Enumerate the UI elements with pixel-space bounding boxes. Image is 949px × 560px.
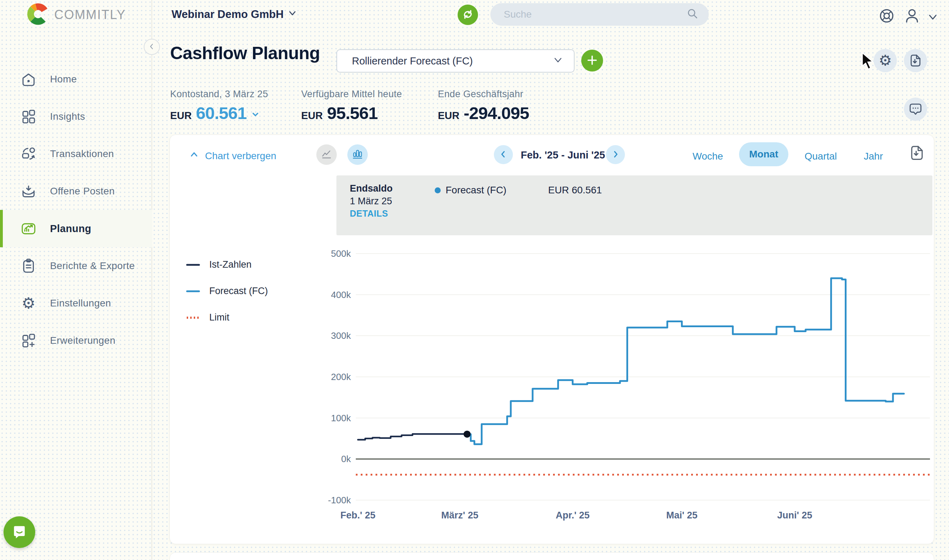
chevron-right-icon bbox=[611, 150, 620, 160]
granularity-quartal[interactable]: Quartal bbox=[804, 151, 837, 162]
chevron-down-icon bbox=[552, 54, 564, 68]
feedback-button[interactable] bbox=[904, 98, 927, 121]
transactions-icon bbox=[20, 146, 37, 162]
bar-chart-toggle[interactable] bbox=[347, 145, 368, 165]
sidebar-item-label: Transaktionen bbox=[50, 148, 114, 160]
granularity-woche[interactable]: Woche bbox=[692, 151, 723, 162]
account-menu-chevron[interactable] bbox=[926, 11, 939, 24]
hide-chart-label: Chart verbergen bbox=[205, 151, 276, 162]
refresh-icon bbox=[461, 8, 475, 22]
granularity-jahr[interactable]: Jahr bbox=[864, 151, 883, 162]
svg-text:200k: 200k bbox=[331, 372, 351, 382]
sidebar-item-transaktionen[interactable]: Transaktionen bbox=[0, 135, 152, 172]
line-swatch-icon bbox=[186, 289, 200, 293]
extensions-plus-icon bbox=[20, 332, 37, 349]
scenario-select-value: Rollierender Forecast (FC) bbox=[352, 55, 473, 67]
brand-name: COMMITLY bbox=[54, 8, 126, 22]
tooltip-series-label: Forecast (FC) bbox=[446, 185, 506, 196]
planning-chart-icon bbox=[20, 220, 37, 237]
inbox-arrow-icon bbox=[20, 183, 37, 199]
svg-text:500k: 500k bbox=[331, 249, 351, 259]
sidebar-item-label: Planung bbox=[50, 223, 91, 235]
tooltip-date: 1 März 25 bbox=[350, 196, 392, 207]
legend-item-limit[interactable]: Limit bbox=[186, 312, 268, 323]
search-bar bbox=[491, 3, 709, 26]
gear-icon: ⚙ bbox=[878, 53, 892, 68]
hide-chart-toggle[interactable]: Chart verbergen bbox=[189, 149, 276, 162]
chart-legend: Ist-Zahlen Forecast (FC) Limit bbox=[186, 259, 268, 323]
sidebar-item-einstellungen[interactable]: ⚙ Einstellungen bbox=[0, 285, 152, 322]
sidebar-collapse-button[interactable] bbox=[144, 39, 160, 55]
company-switcher[interactable]: Webinar Demo GmbH bbox=[172, 8, 298, 21]
kpi-ende-geschaeftsjahr: Ende Geschäftsjahr EUR -294.095 bbox=[438, 89, 529, 123]
document-download-icon bbox=[908, 157, 926, 162]
legend-item-ist-zahlen[interactable]: Ist-Zahlen bbox=[186, 259, 268, 270]
legend-item-forecast[interactable]: Forecast (FC) bbox=[186, 286, 268, 297]
series-dot-icon bbox=[435, 188, 441, 193]
tooltip-value: EUR 60.561 bbox=[548, 185, 602, 196]
sidebar-item-offene-posten[interactable]: Offene Posten bbox=[0, 172, 152, 210]
date-range-label: Feb. '25 - Juni '25 bbox=[521, 149, 605, 161]
line-swatch-icon bbox=[186, 263, 200, 267]
chat-bubble-icon bbox=[11, 523, 28, 542]
document-download-icon bbox=[908, 53, 923, 69]
sidebar-item-label: Home bbox=[50, 74, 77, 85]
svg-text:März' 25: März' 25 bbox=[441, 510, 478, 520]
search-input[interactable] bbox=[504, 9, 686, 20]
sidebar-item-planung[interactable]: Planung bbox=[0, 210, 152, 247]
add-plan-button[interactable] bbox=[581, 50, 603, 71]
tooltip-details-link[interactable]: DETAILS bbox=[350, 209, 388, 219]
chart-download-button[interactable] bbox=[908, 144, 926, 162]
sidebar-item-label: Erweiterungen bbox=[50, 335, 115, 346]
sidebar-item-home[interactable]: Home bbox=[0, 61, 152, 98]
account-button[interactable] bbox=[904, 8, 920, 25]
sidebar-item-erweiterungen[interactable]: Erweiterungen bbox=[0, 322, 152, 359]
kpi-label: Ende Geschäftsjahr bbox=[438, 89, 529, 100]
kpi-kontostand: Kontostand, 3 März 25 EUR 60.561 bbox=[170, 89, 268, 123]
kpi-currency: EUR bbox=[170, 110, 192, 122]
kpi-verfuegbare-mittel: Verfügbare Mittel heute EUR 95.561 bbox=[301, 89, 402, 123]
kpi-value: -294.095 bbox=[464, 103, 529, 123]
cashflow-step-chart[interactable]: 500k400k300k200k100k0k-100kFeb.' 25März'… bbox=[324, 249, 934, 531]
svg-text:Apr.' 25: Apr.' 25 bbox=[555, 510, 589, 520]
kpi-currency: EUR bbox=[301, 110, 323, 122]
kontostand-expand-icon[interactable] bbox=[251, 110, 260, 120]
sidebar-item-label: Einstellungen bbox=[50, 298, 111, 309]
next-section-card bbox=[169, 552, 934, 560]
dotted-swatch-icon bbox=[186, 316, 200, 320]
line-chart-toggle[interactable] bbox=[316, 145, 337, 165]
chevron-down-icon bbox=[287, 8, 298, 21]
chevron-left-icon bbox=[148, 43, 156, 51]
kpi-value: 95.561 bbox=[327, 103, 378, 123]
range-next-button[interactable] bbox=[606, 145, 625, 164]
granularity-monat[interactable]: Monat bbox=[739, 142, 788, 166]
range-prev-button[interactable] bbox=[494, 145, 513, 164]
line-chart-icon bbox=[320, 148, 333, 162]
gear-icon: ⚙ bbox=[20, 295, 37, 311]
company-name: Webinar Demo GmbH bbox=[172, 8, 284, 21]
chart-tooltip-bar: Endsaldo 1 März 25 DETAILS Forecast (FC)… bbox=[337, 175, 932, 235]
chevron-left-icon bbox=[499, 150, 508, 160]
svg-text:Juni' 25: Juni' 25 bbox=[777, 510, 812, 520]
svg-text:Feb.' 25: Feb.' 25 bbox=[340, 510, 375, 520]
kpi-label: Kontostand, 3 März 25 bbox=[170, 89, 268, 100]
refresh-button[interactable] bbox=[458, 5, 478, 25]
tooltip-series: Forecast (FC) bbox=[435, 185, 506, 196]
help-button[interactable] bbox=[878, 8, 895, 25]
sidebar: COMMITLY Home Insights Transaktionen bbox=[0, 0, 152, 560]
svg-text:400k: 400k bbox=[331, 289, 351, 300]
legend-label: Limit bbox=[209, 312, 229, 323]
search-icon[interactable] bbox=[686, 7, 700, 22]
scenario-select[interactable]: Rollierender Forecast (FC) bbox=[337, 49, 575, 72]
chevron-up-icon bbox=[189, 149, 199, 162]
clipboard-icon bbox=[20, 258, 37, 274]
sidebar-item-label: Insights bbox=[50, 111, 85, 122]
sidebar-item-berichte-exporte[interactable]: Berichte & Exporte bbox=[0, 247, 152, 285]
sidebar-item-label: Berichte & Exporte bbox=[50, 260, 135, 272]
sidebar-item-insights[interactable]: Insights bbox=[0, 98, 152, 135]
export-download-button[interactable] bbox=[904, 49, 927, 72]
comment-dots-icon bbox=[908, 102, 923, 117]
brand-logo[interactable]: COMMITLY bbox=[27, 3, 126, 27]
chat-launcher-button[interactable] bbox=[3, 516, 35, 548]
svg-text:0k: 0k bbox=[341, 454, 351, 464]
